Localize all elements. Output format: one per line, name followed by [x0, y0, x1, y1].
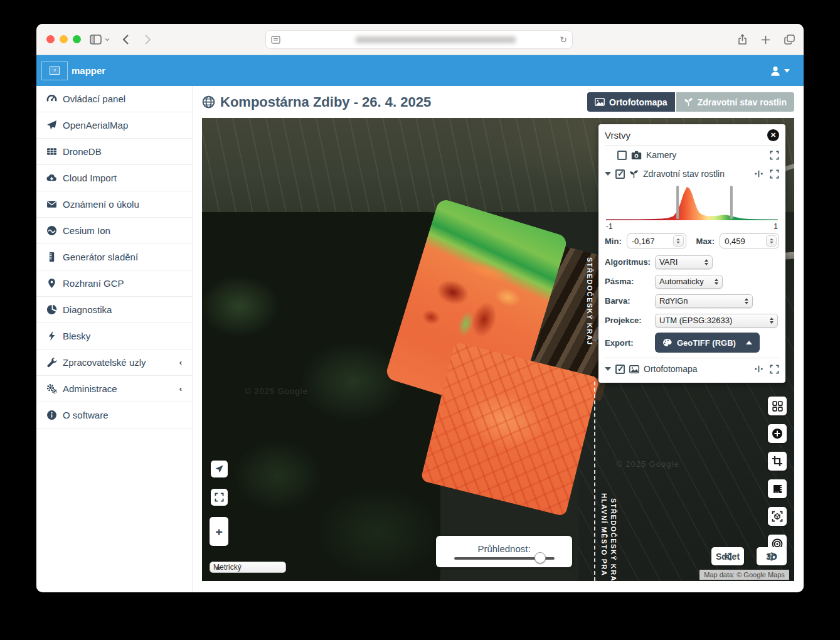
- ortho-layer-checkbox[interactable]: [615, 365, 625, 374]
- url-text-redacted: [356, 36, 516, 43]
- sidebar-item-about[interactable]: O software: [36, 402, 192, 429]
- region-label: STŘEDOČESKÝ KRA: [610, 498, 617, 581]
- sidebar-item-task-notification[interactable]: Oznámení o úkolu: [36, 191, 192, 218]
- broken-image-icon: ?: [50, 67, 60, 75]
- layers-panel-title: Vrstvy: [605, 130, 630, 141]
- region-label: HLAVNÍ MĚSTO PRA: [600, 493, 608, 576]
- units-select[interactable]: Metrický: [210, 562, 286, 573]
- user-icon: [769, 65, 782, 77]
- ortho-layer-row: Ortofotomapa: [605, 360, 779, 378]
- bands-select[interactable]: Automaticky: [655, 275, 723, 289]
- zoom-out-button[interactable]: −: [215, 526, 222, 538]
- zoom-to-layer-icon[interactable]: [770, 151, 779, 160]
- forward-button[interactable]: [144, 34, 151, 45]
- histogram[interactable]: -1 1: [605, 183, 779, 231]
- tab-overview-icon[interactable]: [784, 35, 795, 45]
- zoom-to-layer-icon[interactable]: [770, 365, 779, 374]
- opacity-slider[interactable]: [454, 557, 555, 560]
- measure-button[interactable]: [768, 479, 787, 498]
- opacity-label: Průhlednost:: [477, 543, 530, 554]
- minimize-window-button[interactable]: [60, 35, 68, 43]
- close-window-button[interactable]: [46, 35, 55, 43]
- caret-down-icon: [784, 69, 790, 73]
- seedling-icon: [684, 97, 693, 107]
- camera-layer-checkbox[interactable]: [617, 151, 627, 160]
- export-geotiff-button[interactable]: GeoTIFF (RGB): [655, 333, 760, 353]
- image-icon: [629, 365, 639, 373]
- bolt-icon: [46, 331, 57, 341]
- back-button[interactable]: [122, 34, 129, 45]
- app-logo[interactable]: ?: [41, 61, 68, 80]
- histogram-adjust-icon[interactable]: [754, 169, 763, 178]
- center-model-button[interactable]: [768, 507, 787, 526]
- min-label: Min:: [605, 237, 622, 246]
- colormap-select[interactable]: RdYlGn: [655, 294, 753, 308]
- chevron-left-icon: ‹: [179, 358, 182, 367]
- plus-circle-icon: [772, 428, 783, 439]
- new-tab-icon[interactable]: [761, 35, 770, 45]
- zoom-window-button[interactable]: [73, 35, 81, 43]
- stepper-icon[interactable]: [673, 235, 684, 247]
- opacity-widget: Průhlednost:: [436, 536, 572, 567]
- histogram-adjust-icon[interactable]: [754, 365, 763, 373]
- region-label: STŘEDOČESKÝ KRAJ: [586, 257, 593, 346]
- zoom-to-layer-icon[interactable]: [770, 169, 779, 179]
- 3d-view-button[interactable]: 3D: [757, 547, 787, 565]
- app-header: ? mapper: [36, 55, 804, 86]
- sidebar-item-dashboard[interactable]: Ovládací panel: [36, 86, 192, 112]
- max-input[interactable]: [720, 237, 762, 246]
- ortho-view-button[interactable]: Ortofotomapa: [587, 92, 675, 112]
- model-focus-icon: [772, 511, 783, 522]
- wrench-icon: [46, 357, 57, 368]
- sidebar-item-cloud-import[interactable]: Cloud Import: [36, 165, 192, 191]
- sidebar-toggle-icon[interactable]: [90, 35, 110, 45]
- select-arrows-icon: [704, 259, 708, 265]
- stepper-icon[interactable]: [766, 235, 777, 247]
- sidebar-item-dronedb[interactable]: DroneDB: [36, 139, 192, 165]
- gauge-icon: [46, 93, 57, 104]
- sidebar-item-cesium-ion[interactable]: Cesium Ion: [36, 218, 192, 244]
- admin-boundary-line: [594, 381, 595, 581]
- browser-window: ↻ ? mapper Ovládací panel OpenAerialMa: [36, 24, 804, 592]
- sidebar-item-lightning[interactable]: Blesky: [36, 323, 192, 349]
- collapse-caret-icon[interactable]: [605, 367, 611, 371]
- sidebar-item-administration[interactable]: Administrace ‹: [36, 376, 192, 402]
- min-input-box: [627, 233, 686, 248]
- min-input[interactable]: [627, 237, 669, 246]
- algorithm-select[interactable]: VARI: [655, 255, 713, 269]
- address-bar[interactable]: ↻: [265, 30, 573, 49]
- share-button[interactable]: Sdílet: [711, 547, 744, 565]
- collapse-caret-icon[interactable]: [605, 172, 611, 176]
- fit-extent-button[interactable]: [211, 489, 228, 506]
- cloud-download-icon: [46, 173, 57, 183]
- sidebar-item-processing-nodes[interactable]: Zpracovatelské uzly ‹: [36, 349, 192, 376]
- measure-area-icon: [772, 484, 783, 494]
- projection-select[interactable]: UTM (EPSG:32633): [655, 314, 778, 328]
- layers-grid-button[interactable]: [768, 397, 787, 415]
- health-layer-row: Zdravotní stav rostlin: [605, 164, 779, 183]
- sidebar-item-diagnostics[interactable]: Diagnostika: [36, 297, 192, 323]
- select-arrows-icon: [715, 279, 718, 285]
- map-marker-icon: [46, 278, 57, 289]
- google-watermark: © 2025 Google: [616, 459, 679, 469]
- histogram-axis-min: -1: [606, 222, 613, 231]
- locate-me-button[interactable]: [211, 461, 228, 477]
- opacity-slider-handle[interactable]: [534, 552, 546, 563]
- add-annotation-button[interactable]: [768, 424, 787, 443]
- map-canvas[interactable]: STŘEDOČESKÝ KRAJ HLAVNÍ MĚSTO PRA STŘEDO…: [202, 118, 794, 581]
- crop-button[interactable]: [768, 452, 787, 471]
- health-layer-checkbox[interactable]: [615, 169, 625, 179]
- plant-health-view-button[interactable]: Zdravotní stav rostlin: [676, 92, 794, 112]
- grid-icon: [772, 401, 783, 412]
- browser-toolbar: ↻: [36, 24, 804, 55]
- share-page-icon[interactable]: [738, 34, 747, 45]
- sidebar-item-openaerialmap[interactable]: OpenAerialMap: [36, 112, 192, 139]
- sidebar-item-gcp-interface[interactable]: Rozhraní GCP: [36, 270, 192, 297]
- sidebar-item-alignment-generator[interactable]: Generátor sladění: [36, 244, 192, 270]
- user-menu[interactable]: [769, 65, 790, 77]
- close-icon[interactable]: ✕: [767, 129, 779, 141]
- sidebar: Ovládací panel OpenAerialMap DroneDB Clo…: [36, 86, 193, 592]
- reload-icon[interactable]: ↻: [560, 35, 567, 45]
- reader-mode-icon[interactable]: [271, 36, 280, 44]
- ruler-icon: [46, 252, 57, 262]
